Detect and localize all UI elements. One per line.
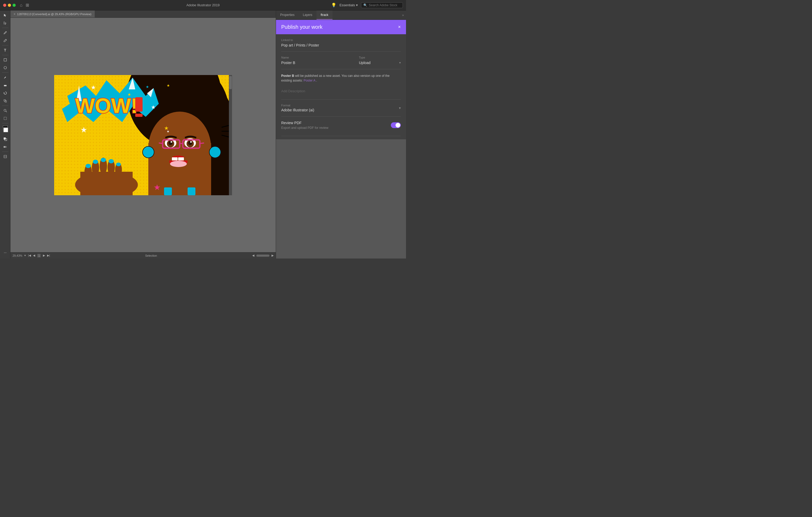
panel-tabs: Properties Layers ftrack » (276, 10, 406, 20)
artboard-tool[interactable] (1, 115, 9, 122)
panel-chevron-icon[interactable]: » (400, 10, 406, 20)
tab-layers[interactable]: Layers (299, 10, 317, 20)
svg-text:WOW!: WOW! (75, 94, 138, 117)
svg-line-7 (6, 111, 7, 112)
pencil-tool[interactable] (1, 37, 9, 44)
type-select-value: Upload (359, 61, 399, 65)
scrollbar-thumb-vertical[interactable] (229, 76, 232, 89)
svg-point-36 (169, 141, 173, 145)
paintbrush-tool[interactable] (1, 74, 9, 81)
shape-tool[interactable] (1, 56, 9, 63)
rotate-tool[interactable] (1, 89, 9, 97)
svg-point-39 (190, 141, 192, 143)
workspaces-icon[interactable]: ⊞ (26, 3, 29, 7)
svg-rect-48 (172, 157, 178, 160)
divider-4 (281, 136, 401, 136)
divider-1 (281, 52, 401, 52)
format-value: Adobe Illustrator (ai) (281, 108, 314, 112)
svg-text:★: ★ (167, 130, 170, 133)
more-tools[interactable]: ··· (1, 249, 9, 256)
canvas-bottom-bar: 29,43% ▾ |◀ ◀ 1 ▶ ▶| Selection ◀ ▶ (10, 252, 276, 258)
svg-point-37 (188, 141, 192, 145)
tool-separator-3 (2, 55, 8, 55)
gradient-tool[interactable] (1, 143, 9, 151)
svg-text:★: ★ (151, 104, 156, 110)
last-page-icon[interactable]: ▶| (47, 254, 50, 257)
tab-properties[interactable]: Properties (276, 10, 299, 20)
titlebar-right: 💡 Essentials ▾ 🔍 (331, 2, 403, 8)
zoom-level: 29,43% (12, 254, 22, 257)
chevron-down-icon: ▾ (356, 3, 358, 7)
info-bold-name: Poster B (281, 74, 294, 78)
slice-tool[interactable] (1, 153, 9, 160)
document-tab[interactable]: × 128709113 [Converted].ai @ 29,43% (RGB… (10, 10, 95, 18)
format-chevron-icon[interactable]: ▾ (399, 106, 401, 110)
fill-stroke-toggle[interactable] (1, 135, 9, 143)
home-icon[interactable]: ⌂ (20, 3, 23, 7)
divider-2 (281, 69, 401, 69)
tool-separator-1 (2, 28, 8, 28)
review-sublabel: Export and upload PDF for review (281, 126, 328, 130)
color-selector[interactable] (1, 125, 9, 133)
direct-select-tool[interactable] (1, 19, 9, 27)
status-arrow-right[interactable]: ▶ (271, 254, 273, 257)
canvas-area: × 128709113 [Converted].ai @ 29,43% (RGB… (10, 10, 276, 258)
prev-page-icon[interactable]: |◀ (28, 254, 31, 257)
svg-point-51 (209, 146, 221, 158)
ellipse-tool[interactable] (1, 64, 9, 71)
publish-title: Publish your work (281, 24, 323, 30)
svg-point-63 (116, 162, 121, 166)
review-pdf-toggle[interactable] (391, 122, 401, 128)
page-number[interactable]: 1 (37, 254, 41, 257)
poster-a-link[interactable]: Poster A (303, 79, 315, 82)
background-color[interactable] (3, 127, 8, 132)
zoom-dropdown-arrow[interactable]: ▾ (24, 254, 26, 257)
pen-tool[interactable] (1, 29, 9, 36)
artwork-canvas: WOW! (54, 75, 232, 195)
svg-rect-3 (4, 85, 6, 86)
workspace-switcher[interactable]: Essentials ▾ (340, 3, 358, 7)
close-button[interactable] (3, 4, 6, 7)
canvas-below-area (10, 221, 276, 252)
stock-search-input[interactable] (369, 3, 401, 7)
status-pill (256, 254, 269, 257)
panel-gray-area (276, 139, 406, 259)
status-arrow-left[interactable]: ◀ (252, 254, 254, 257)
svg-rect-78 (187, 187, 196, 195)
publish-close-button[interactable]: × (398, 24, 401, 30)
svg-point-62 (109, 159, 114, 163)
scale-tool[interactable] (1, 97, 9, 104)
stock-search-bar[interactable]: 🔍 (361, 2, 403, 8)
tab-ftrack[interactable]: ftrack (317, 10, 332, 20)
vertical-scrollbar[interactable] (229, 75, 232, 195)
svg-point-59 (86, 164, 91, 168)
name-label: Name (281, 56, 355, 59)
svg-rect-28 (135, 97, 143, 112)
svg-point-47 (170, 161, 187, 167)
add-description-field[interactable]: Add Description (281, 87, 401, 95)
maximize-button[interactable] (12, 4, 16, 7)
document-tab-title: 128709113 [Converted].ai @ 29,43% (RGB/G… (17, 12, 91, 16)
eraser-tool[interactable] (1, 82, 9, 89)
back-page-icon[interactable]: ◀ (33, 254, 35, 257)
close-tab-icon[interactable]: × (13, 12, 16, 16)
lightbulb-icon[interactable]: 💡 (331, 3, 337, 7)
next-page-icon[interactable]: ▶ (43, 254, 45, 257)
type-label: Type (359, 56, 401, 59)
svg-rect-5 (5, 101, 6, 102)
type-tool[interactable]: T (1, 47, 9, 54)
svg-text:★: ★ (167, 83, 170, 88)
app-title: Adobe Illustrator 2019 (186, 3, 220, 7)
zoom-tool[interactable] (1, 107, 9, 114)
svg-text:★: ★ (146, 85, 149, 89)
tool-separator-7 (2, 152, 8, 152)
format-row: Format Adobe Illustrator (ai) ▾ (281, 104, 401, 117)
svg-point-38 (171, 141, 172, 143)
type-select-wrapper[interactable]: Upload ▾ (359, 61, 401, 65)
select-tool[interactable] (1, 11, 9, 19)
linked-to-value: Pop art / Prints / Poster (281, 43, 401, 47)
svg-rect-49 (178, 157, 184, 160)
minimize-button[interactable] (8, 4, 11, 7)
svg-rect-29 (135, 114, 143, 117)
left-toolbar: T (0, 10, 10, 258)
